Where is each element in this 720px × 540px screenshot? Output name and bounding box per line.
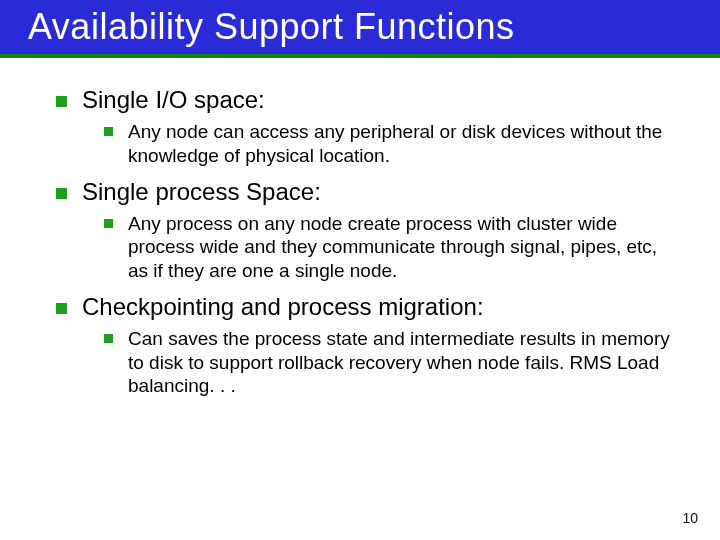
bullet-heading: Single I/O space: <box>82 86 265 113</box>
page-number: 10 <box>682 510 698 526</box>
bullet-list-level2: Any process on any node create process w… <box>82 212 680 283</box>
list-item: Can saves the process state and intermed… <box>104 327 680 398</box>
bullet-list-level2: Can saves the process state and intermed… <box>82 327 680 398</box>
list-item: Any node can access any peripheral or di… <box>104 120 680 168</box>
bullet-list-level1: Single I/O space: Any node can access an… <box>56 86 680 398</box>
list-item: Single process Space: Any process on any… <box>56 178 680 283</box>
list-item: Any process on any node create process w… <box>104 212 680 283</box>
slide-title: Availability Support Functions <box>28 6 720 48</box>
list-item: Checkpointing and process migration: Can… <box>56 293 680 398</box>
title-band: Availability Support Functions <box>0 0 720 54</box>
slide: Availability Support Functions Single I/… <box>0 0 720 540</box>
bullet-heading: Checkpointing and process migration: <box>82 293 484 320</box>
bullet-list-level2: Any node can access any peripheral or di… <box>82 120 680 168</box>
list-item: Single I/O space: Any node can access an… <box>56 86 680 168</box>
bullet-heading: Single process Space: <box>82 178 321 205</box>
slide-content: Single I/O space: Any node can access an… <box>0 58 720 398</box>
